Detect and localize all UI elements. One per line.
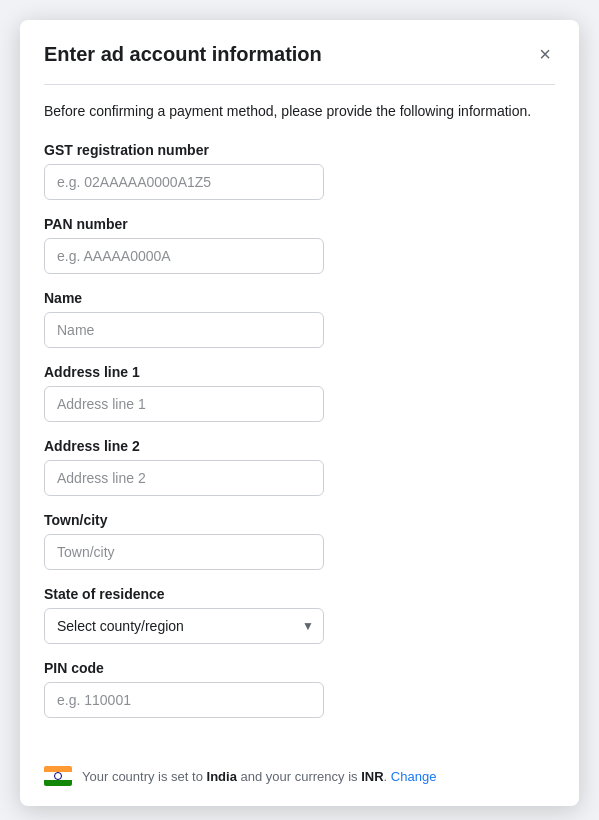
footer-section: Your country is set to India and your cu… xyxy=(20,754,579,806)
town-field-group: Town/city xyxy=(44,512,555,570)
pin-field-group: PIN code xyxy=(44,660,555,718)
state-field-group: State of residence Select county/region … xyxy=(44,586,555,644)
state-select-wrapper: Select county/region ▼ xyxy=(44,608,324,644)
gst-label: GST registration number xyxy=(44,142,555,158)
address1-field-group: Address line 1 xyxy=(44,364,555,422)
address2-input[interactable] xyxy=(44,460,324,496)
modal-title: Enter ad account information xyxy=(44,43,322,66)
footer-currency: INR xyxy=(361,769,383,784)
gst-input[interactable] xyxy=(44,164,324,200)
modal-header: Enter ad account information × xyxy=(20,20,579,84)
state-label: State of residence xyxy=(44,586,555,602)
name-label: Name xyxy=(44,290,555,306)
flag-green-stripe xyxy=(44,780,72,786)
flag-chakra xyxy=(54,772,62,780)
address1-label: Address line 1 xyxy=(44,364,555,380)
pan-field-group: PAN number xyxy=(44,216,555,274)
footer-text-mid2: and your currency is xyxy=(241,769,358,784)
address1-input[interactable] xyxy=(44,386,324,422)
modal-body: Before confirming a payment method, plea… xyxy=(20,85,579,754)
gst-field-group: GST registration number xyxy=(44,142,555,200)
town-label: Town/city xyxy=(44,512,555,528)
india-flag-icon xyxy=(44,766,72,786)
address2-field-group: Address line 2 xyxy=(44,438,555,496)
footer-country: India xyxy=(207,769,237,784)
pin-input[interactable] xyxy=(44,682,324,718)
name-input[interactable] xyxy=(44,312,324,348)
name-field-group: Name xyxy=(44,290,555,348)
state-select[interactable]: Select county/region xyxy=(44,608,324,644)
footer-text: Your country is set to India and your cu… xyxy=(82,769,436,784)
close-button[interactable]: × xyxy=(535,40,555,68)
description-text: Before confirming a payment method, plea… xyxy=(44,101,555,122)
town-input[interactable] xyxy=(44,534,324,570)
footer-text-before: Your country is set to xyxy=(82,769,203,784)
close-icon: × xyxy=(539,44,551,64)
pan-label: PAN number xyxy=(44,216,555,232)
modal-container: Enter ad account information × Before co… xyxy=(20,20,579,806)
address2-label: Address line 2 xyxy=(44,438,555,454)
pan-input[interactable] xyxy=(44,238,324,274)
flag-white-stripe xyxy=(44,772,72,780)
change-link[interactable]: Change xyxy=(391,769,437,784)
pin-label: PIN code xyxy=(44,660,555,676)
